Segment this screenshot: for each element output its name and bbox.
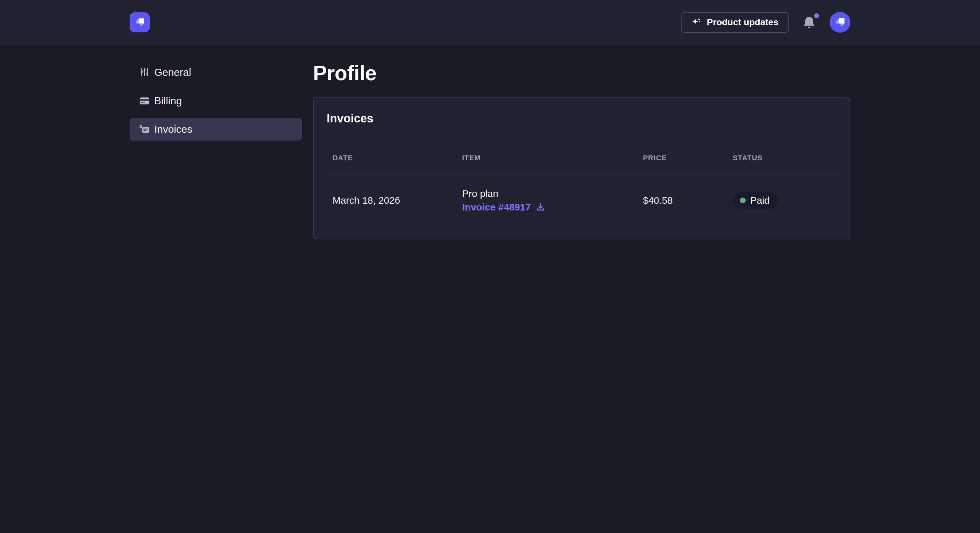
topbar-actions: Product updates	[681, 12, 850, 33]
svg-text:$: $	[139, 124, 142, 129]
topbar: Product updates	[0, 0, 980, 45]
invoice-status-cell: Paid	[727, 175, 837, 225]
column-header-item: Item	[456, 154, 637, 175]
sidebar-item-label: Invoices	[154, 124, 192, 135]
main-panel: Profile Invoices Date Item Price Status	[313, 61, 850, 239]
invoices-card-title: Invoices	[327, 112, 837, 125]
invoice-item-cell: Pro plan Invoice #48917	[456, 175, 637, 225]
invoice-link[interactable]: Invoice #48917	[462, 201, 531, 213]
sidebar-item-label: General	[154, 67, 191, 78]
paid-status-dot	[740, 198, 746, 203]
status-badge: Paid	[733, 192, 778, 209]
notification-dot	[814, 13, 819, 18]
table-header-row: Date Item Price Status	[327, 154, 837, 175]
app-logo[interactable]	[130, 12, 150, 32]
invoice-date: March 18, 2026	[327, 175, 456, 225]
product-updates-button[interactable]: Product updates	[681, 12, 789, 33]
column-header-price: Price	[637, 154, 727, 175]
status-label: Paid	[750, 195, 770, 206]
settings-sidebar: General Billing $	[130, 61, 302, 239]
invoices-card: Invoices Date Item Price Status March 18…	[313, 97, 850, 239]
strapi-logo-icon	[134, 16, 146, 29]
invoice-icon: $	[139, 124, 150, 135]
sliders-icon	[139, 67, 150, 78]
download-icon[interactable]	[535, 202, 546, 213]
product-updates-label: Product updates	[707, 17, 778, 27]
sidebar-item-invoices[interactable]: $ Invoices	[130, 118, 302, 141]
app-root: Product updates	[0, 0, 980, 239]
credit-card-icon	[139, 95, 150, 106]
invoices-table: Date Item Price Status March 18, 2026 Pr…	[327, 154, 837, 225]
column-header-date: Date	[327, 154, 456, 175]
user-avatar[interactable]	[830, 12, 850, 33]
item-name: Pro plan	[462, 187, 637, 200]
invoice-price: $40.58	[637, 175, 727, 225]
sidebar-item-billing[interactable]: Billing	[130, 89, 302, 112]
column-header-status: Status	[727, 154, 837, 175]
sparkle-icon	[691, 17, 702, 27]
sidebar-item-label: Billing	[154, 95, 182, 107]
avatar-logo-icon	[834, 16, 846, 29]
table-row: March 18, 2026 Pro plan Invoice #48917	[327, 175, 837, 225]
content-area: General Billing $	[0, 45, 980, 239]
sidebar-item-general[interactable]: General	[130, 61, 302, 84]
notifications-button[interactable]	[802, 15, 817, 30]
invoice-link-row: Invoice #48917	[462, 201, 637, 213]
page-title: Profile	[313, 62, 850, 84]
